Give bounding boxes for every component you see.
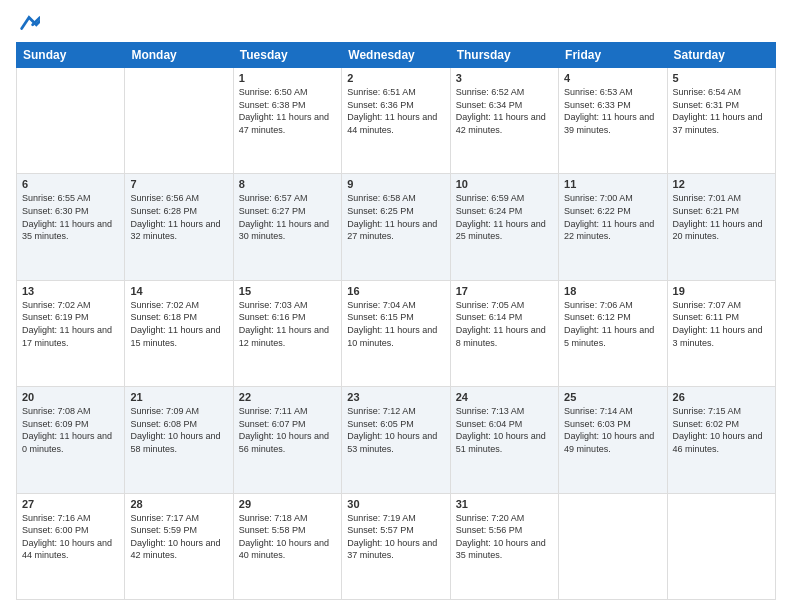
day-number: 8 <box>239 178 336 190</box>
calendar-cell: 17Sunrise: 7:05 AM Sunset: 6:14 PM Dayli… <box>450 280 558 386</box>
header-row: Sunday Monday Tuesday Wednesday Thursday… <box>17 43 776 68</box>
cell-info: Sunrise: 7:14 AM Sunset: 6:03 PM Dayligh… <box>564 405 661 455</box>
calendar-cell: 29Sunrise: 7:18 AM Sunset: 5:58 PM Dayli… <box>233 493 341 599</box>
day-number: 5 <box>673 72 770 84</box>
col-wednesday: Wednesday <box>342 43 450 68</box>
calendar-cell: 31Sunrise: 7:20 AM Sunset: 5:56 PM Dayli… <box>450 493 558 599</box>
day-number: 14 <box>130 285 227 297</box>
calendar-cell: 14Sunrise: 7:02 AM Sunset: 6:18 PM Dayli… <box>125 280 233 386</box>
cell-info: Sunrise: 6:58 AM Sunset: 6:25 PM Dayligh… <box>347 192 444 242</box>
calendar-cell: 25Sunrise: 7:14 AM Sunset: 6:03 PM Dayli… <box>559 387 667 493</box>
cell-info: Sunrise: 7:11 AM Sunset: 6:07 PM Dayligh… <box>239 405 336 455</box>
day-number: 9 <box>347 178 444 190</box>
day-number: 20 <box>22 391 119 403</box>
day-number: 17 <box>456 285 553 297</box>
col-tuesday: Tuesday <box>233 43 341 68</box>
calendar-cell: 24Sunrise: 7:13 AM Sunset: 6:04 PM Dayli… <box>450 387 558 493</box>
cell-info: Sunrise: 7:13 AM Sunset: 6:04 PM Dayligh… <box>456 405 553 455</box>
cell-info: Sunrise: 7:08 AM Sunset: 6:09 PM Dayligh… <box>22 405 119 455</box>
day-number: 3 <box>456 72 553 84</box>
calendar-table: Sunday Monday Tuesday Wednesday Thursday… <box>16 42 776 600</box>
day-number: 4 <box>564 72 661 84</box>
day-number: 24 <box>456 391 553 403</box>
cell-info: Sunrise: 7:02 AM Sunset: 6:18 PM Dayligh… <box>130 299 227 349</box>
calendar-cell: 16Sunrise: 7:04 AM Sunset: 6:15 PM Dayli… <box>342 280 450 386</box>
cell-info: Sunrise: 7:03 AM Sunset: 6:16 PM Dayligh… <box>239 299 336 349</box>
cell-info: Sunrise: 7:00 AM Sunset: 6:22 PM Dayligh… <box>564 192 661 242</box>
cell-info: Sunrise: 6:51 AM Sunset: 6:36 PM Dayligh… <box>347 86 444 136</box>
calendar-cell: 4Sunrise: 6:53 AM Sunset: 6:33 PM Daylig… <box>559 68 667 174</box>
calendar-cell: 5Sunrise: 6:54 AM Sunset: 6:31 PM Daylig… <box>667 68 775 174</box>
day-number: 18 <box>564 285 661 297</box>
calendar-cell: 20Sunrise: 7:08 AM Sunset: 6:09 PM Dayli… <box>17 387 125 493</box>
calendar-cell: 10Sunrise: 6:59 AM Sunset: 6:24 PM Dayli… <box>450 174 558 280</box>
calendar-cell: 12Sunrise: 7:01 AM Sunset: 6:21 PM Dayli… <box>667 174 775 280</box>
cell-info: Sunrise: 7:20 AM Sunset: 5:56 PM Dayligh… <box>456 512 553 562</box>
week-row-1: 6Sunrise: 6:55 AM Sunset: 6:30 PM Daylig… <box>17 174 776 280</box>
cell-info: Sunrise: 6:56 AM Sunset: 6:28 PM Dayligh… <box>130 192 227 242</box>
cell-info: Sunrise: 6:50 AM Sunset: 6:38 PM Dayligh… <box>239 86 336 136</box>
day-number: 19 <box>673 285 770 297</box>
day-number: 29 <box>239 498 336 510</box>
calendar-cell: 8Sunrise: 6:57 AM Sunset: 6:27 PM Daylig… <box>233 174 341 280</box>
col-thursday: Thursday <box>450 43 558 68</box>
day-number: 2 <box>347 72 444 84</box>
week-row-0: 1Sunrise: 6:50 AM Sunset: 6:38 PM Daylig… <box>17 68 776 174</box>
calendar-cell: 26Sunrise: 7:15 AM Sunset: 6:02 PM Dayli… <box>667 387 775 493</box>
cell-info: Sunrise: 7:17 AM Sunset: 5:59 PM Dayligh… <box>130 512 227 562</box>
week-row-2: 13Sunrise: 7:02 AM Sunset: 6:19 PM Dayli… <box>17 280 776 386</box>
calendar-cell: 22Sunrise: 7:11 AM Sunset: 6:07 PM Dayli… <box>233 387 341 493</box>
day-number: 23 <box>347 391 444 403</box>
header <box>16 12 776 34</box>
calendar-cell <box>667 493 775 599</box>
cell-info: Sunrise: 7:01 AM Sunset: 6:21 PM Dayligh… <box>673 192 770 242</box>
cell-info: Sunrise: 7:05 AM Sunset: 6:14 PM Dayligh… <box>456 299 553 349</box>
cell-info: Sunrise: 7:18 AM Sunset: 5:58 PM Dayligh… <box>239 512 336 562</box>
day-number: 1 <box>239 72 336 84</box>
cell-info: Sunrise: 7:06 AM Sunset: 6:12 PM Dayligh… <box>564 299 661 349</box>
cell-info: Sunrise: 6:52 AM Sunset: 6:34 PM Dayligh… <box>456 86 553 136</box>
calendar-cell: 27Sunrise: 7:16 AM Sunset: 6:00 PM Dayli… <box>17 493 125 599</box>
col-friday: Friday <box>559 43 667 68</box>
cell-info: Sunrise: 7:12 AM Sunset: 6:05 PM Dayligh… <box>347 405 444 455</box>
calendar-cell: 13Sunrise: 7:02 AM Sunset: 6:19 PM Dayli… <box>17 280 125 386</box>
calendar-cell: 1Sunrise: 6:50 AM Sunset: 6:38 PM Daylig… <box>233 68 341 174</box>
calendar-cell: 7Sunrise: 6:56 AM Sunset: 6:28 PM Daylig… <box>125 174 233 280</box>
logo-icon <box>18 12 40 34</box>
day-number: 26 <box>673 391 770 403</box>
week-row-3: 20Sunrise: 7:08 AM Sunset: 6:09 PM Dayli… <box>17 387 776 493</box>
day-number: 10 <box>456 178 553 190</box>
cell-info: Sunrise: 6:57 AM Sunset: 6:27 PM Dayligh… <box>239 192 336 242</box>
col-sunday: Sunday <box>17 43 125 68</box>
day-number: 22 <box>239 391 336 403</box>
calendar-cell: 15Sunrise: 7:03 AM Sunset: 6:16 PM Dayli… <box>233 280 341 386</box>
calendar-cell: 11Sunrise: 7:00 AM Sunset: 6:22 PM Dayli… <box>559 174 667 280</box>
col-monday: Monday <box>125 43 233 68</box>
day-number: 30 <box>347 498 444 510</box>
day-number: 13 <box>22 285 119 297</box>
calendar-cell: 28Sunrise: 7:17 AM Sunset: 5:59 PM Dayli… <box>125 493 233 599</box>
day-number: 15 <box>239 285 336 297</box>
cell-info: Sunrise: 7:15 AM Sunset: 6:02 PM Dayligh… <box>673 405 770 455</box>
cell-info: Sunrise: 6:55 AM Sunset: 6:30 PM Dayligh… <box>22 192 119 242</box>
day-number: 21 <box>130 391 227 403</box>
calendar-cell <box>559 493 667 599</box>
cell-info: Sunrise: 7:16 AM Sunset: 6:00 PM Dayligh… <box>22 512 119 562</box>
calendar-cell: 19Sunrise: 7:07 AM Sunset: 6:11 PM Dayli… <box>667 280 775 386</box>
calendar-cell: 6Sunrise: 6:55 AM Sunset: 6:30 PM Daylig… <box>17 174 125 280</box>
day-number: 31 <box>456 498 553 510</box>
col-saturday: Saturday <box>667 43 775 68</box>
cell-info: Sunrise: 6:53 AM Sunset: 6:33 PM Dayligh… <box>564 86 661 136</box>
calendar-cell: 9Sunrise: 6:58 AM Sunset: 6:25 PM Daylig… <box>342 174 450 280</box>
day-number: 12 <box>673 178 770 190</box>
day-number: 6 <box>22 178 119 190</box>
cell-info: Sunrise: 6:54 AM Sunset: 6:31 PM Dayligh… <box>673 86 770 136</box>
week-row-4: 27Sunrise: 7:16 AM Sunset: 6:00 PM Dayli… <box>17 493 776 599</box>
day-number: 28 <box>130 498 227 510</box>
calendar-cell: 30Sunrise: 7:19 AM Sunset: 5:57 PM Dayli… <box>342 493 450 599</box>
calendar-cell: 21Sunrise: 7:09 AM Sunset: 6:08 PM Dayli… <box>125 387 233 493</box>
calendar-cell: 2Sunrise: 6:51 AM Sunset: 6:36 PM Daylig… <box>342 68 450 174</box>
logo <box>16 12 40 34</box>
day-number: 25 <box>564 391 661 403</box>
calendar-cell: 3Sunrise: 6:52 AM Sunset: 6:34 PM Daylig… <box>450 68 558 174</box>
